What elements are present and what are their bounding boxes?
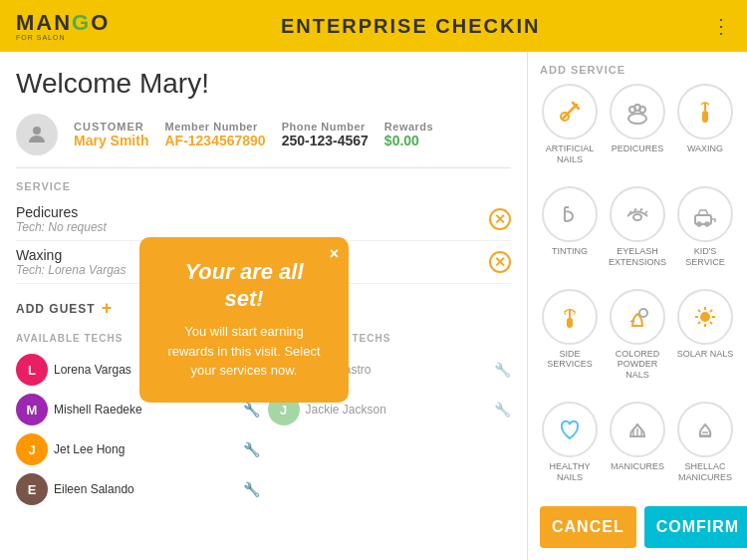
phone-label: Phone Number	[282, 121, 369, 133]
welcome-title: Welcome Mary!	[16, 68, 511, 100]
service-item-eyelash[interactable]: EYELASH EXTENSIONS	[608, 186, 667, 281]
customer-bar: CUSTOMER Mary Smith Member Number AF-123…	[16, 114, 511, 168]
service-label-tinting: TINTING	[552, 246, 588, 257]
service-circle-eyelash	[610, 186, 665, 242]
remove-pedicures-button[interactable]: ✕	[489, 208, 511, 230]
service-item-side[interactable]: SIDE SERVICES	[540, 289, 600, 395]
service-label-eyelash: EYELASH EXTENSIONS	[608, 246, 667, 268]
service-label-shellac: SHELLAC MANICURES	[675, 461, 735, 483]
service-circle-manicures	[610, 402, 665, 457]
service-section-label: SERVICE	[16, 180, 511, 192]
service-item-pedicures[interactable]: PEDICURES	[608, 84, 667, 178]
svg-point-5	[639, 107, 645, 113]
tech-name-jet: Jet Lee Hong	[54, 442, 237, 456]
member-group: Member Number AF-1234567890	[164, 121, 265, 148]
service-info-pedicures: Pedicures Tech: No request	[16, 204, 107, 234]
popup-title: Your are all set!	[163, 259, 325, 312]
service-label-healthy: HEALTHY NAILS	[540, 461, 600, 483]
svg-point-9	[633, 214, 641, 220]
svg-line-21	[698, 310, 700, 312]
add-service-label: ADD SERVICE	[540, 64, 735, 76]
tech-row-eileen: E Eileen Salando 🔧	[16, 469, 260, 509]
header-title: ENTERPRISE CHECKIN	[281, 15, 540, 38]
member-label: Member Number	[164, 121, 265, 133]
service-circle-pedicures	[610, 84, 665, 140]
avatar	[16, 114, 58, 155]
service-label-artificial-nails: ARTIFICIAL NAILS	[540, 143, 600, 165]
tech-name-jackie: Jackie Jackson	[306, 403, 489, 417]
popup-body: You will start earning rewards in this v…	[163, 322, 325, 381]
phone-value: 250-123-4567	[282, 133, 369, 148]
confirm-button[interactable]: COMFIRM	[644, 506, 747, 548]
popup-close-button[interactable]: ×	[330, 245, 339, 263]
svg-rect-13	[567, 318, 573, 328]
tech-wrench-icon-riina[interactable]: 🔧	[494, 362, 511, 378]
rewards-value: $0.00	[384, 133, 433, 148]
service-item-manicures[interactable]: MANICURES	[608, 402, 667, 496]
add-guest-plus-icon: +	[102, 298, 113, 319]
cancel-button[interactable]: CANCEL	[540, 506, 636, 548]
service-circle-colored	[610, 289, 665, 345]
customer-info: CUSTOMER Mary Smith	[74, 121, 148, 148]
service-item-healthy[interactable]: HEALTHY NAILS	[540, 402, 600, 496]
tech-wrench-icon-jackie[interactable]: 🔧	[494, 402, 511, 418]
service-label-manicures: MANICURES	[611, 461, 664, 472]
service-item-shellac[interactable]: SHELLAC MANICURES	[675, 402, 735, 496]
service-circle-solar	[677, 289, 733, 345]
service-item-solar[interactable]: SOLAR NALS	[675, 289, 735, 395]
service-item-tinting[interactable]: TINTING	[540, 186, 600, 281]
bottom-buttons: CANCEL COMFIRM	[540, 506, 735, 548]
svg-point-16	[700, 312, 710, 322]
service-info-waxing: Waxing Tech: Lorena Vargas	[16, 247, 126, 277]
tech-avatar-eileen: E	[16, 473, 48, 505]
logo-subtitle: FOR SALON	[16, 34, 65, 41]
tech-wrench-icon-mishell[interactable]: 🔧	[243, 402, 260, 418]
rewards-label: Rewards	[384, 121, 433, 133]
svg-point-2	[628, 114, 646, 124]
tech-wrench-icon-jet[interactable]: 🔧	[243, 441, 260, 457]
svg-point-15	[639, 309, 647, 317]
tech-name-mishell: Mishell Raedeke	[54, 403, 237, 417]
popup: × Your are all set! You will start earni…	[139, 237, 349, 402]
service-item-colored[interactable]: COLORED POWDER NALS	[608, 289, 667, 395]
service-circle-side	[542, 289, 598, 345]
service-tech-waxing: Tech: Lorena Vargas	[16, 263, 126, 277]
service-label-pedicures: PEDICURES	[612, 143, 664, 154]
header: MANGO FOR SALON ENTERPRISE CHECKIN ⋮	[0, 0, 747, 52]
right-panel: ADD SERVICE ARTIFICIAL NAILS	[528, 52, 747, 560]
svg-line-24	[698, 322, 700, 324]
phone-group: Phone Number 250-123-4567	[282, 121, 369, 148]
service-tech-pedicures: Tech: No request	[16, 220, 107, 234]
service-circle-artificial-nails	[542, 84, 598, 140]
service-circle-tinting	[542, 186, 598, 242]
menu-icon[interactable]: ⋮	[711, 14, 731, 38]
logo-area: MANGO FOR SALON	[16, 12, 110, 41]
service-circle-kids	[677, 186, 733, 242]
service-item-artificial-nails[interactable]: ARTIFICIAL NAILS	[540, 84, 600, 178]
rewards-group: Rewards $0.00	[384, 121, 433, 148]
tech-avatar-mishell: M	[16, 394, 48, 425]
service-label-kids: KID'S SERVICE	[675, 246, 735, 268]
service-item-kids[interactable]: KID'S SERVICE	[675, 186, 735, 281]
service-label-colored: COLORED POWDER NALS	[608, 349, 667, 381]
service-name-pedicures: Pedicures	[16, 204, 107, 220]
service-row-pedicures: Pedicures Tech: No request ✕	[16, 198, 511, 241]
customer-label: CUSTOMER	[74, 121, 148, 133]
svg-point-0	[33, 127, 41, 135]
service-circle-healthy	[542, 402, 598, 457]
tech-avatar-jet: J	[16, 433, 48, 465]
service-label-side: SIDE SERVICES	[540, 349, 600, 371]
tech-wrench-icon-eileen[interactable]: 🔧	[243, 481, 260, 497]
svg-line-23	[710, 310, 712, 312]
main-layout: Welcome Mary! CUSTOMER Mary Smith Member…	[0, 52, 747, 560]
tech-name-eileen: Eileen Salando	[54, 482, 237, 496]
svg-line-22	[710, 322, 712, 324]
services-grid: ARTIFICIAL NAILS PEDICURES	[540, 84, 735, 496]
tech-row-jet: J Jet Lee Hong 🔧	[16, 429, 260, 469]
remove-waxing-button[interactable]: ✕	[489, 251, 511, 273]
service-item-waxing[interactable]: WAXING	[675, 84, 735, 178]
service-label-waxing: WAXING	[687, 143, 723, 154]
member-value: AF-1234567890	[164, 133, 265, 148]
svg-rect-6	[702, 111, 708, 123]
logo: MANGO	[16, 12, 110, 34]
